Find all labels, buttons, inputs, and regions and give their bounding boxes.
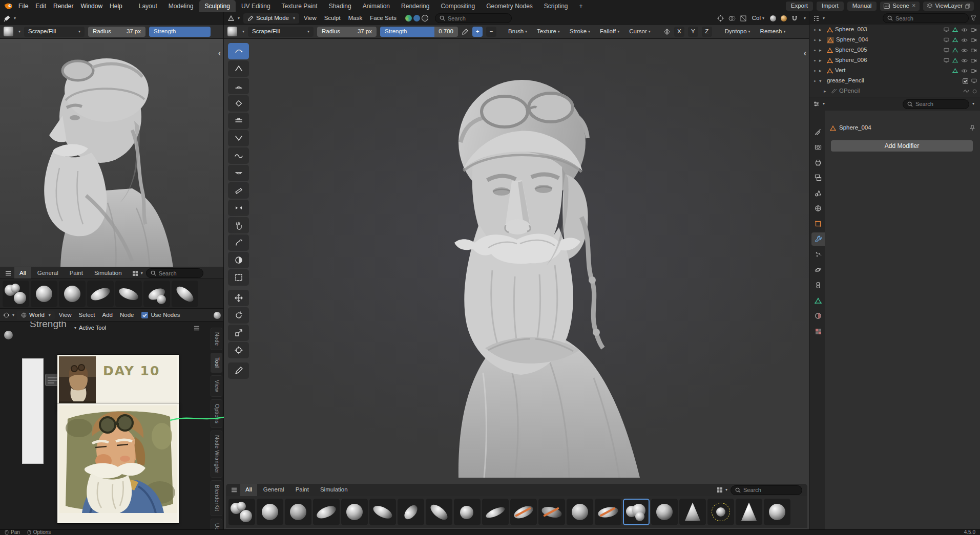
brush-thumbnail[interactable] bbox=[736, 499, 762, 525]
tab-material[interactable] bbox=[811, 309, 825, 323]
menu-view[interactable]: View bbox=[56, 312, 75, 318]
shelf-tab-all[interactable]: All bbox=[240, 484, 257, 496]
outliner-search[interactable] bbox=[883, 13, 969, 23]
camera-icon[interactable] bbox=[971, 28, 977, 32]
display-mode-icon[interactable] bbox=[717, 487, 723, 493]
outliner-row-sphere-005[interactable]: • ▸ Sphere_005 bbox=[809, 45, 980, 55]
chevron-down-icon[interactable]: ▾ bbox=[804, 16, 806, 20]
mirror-x-toggle[interactable]: X bbox=[674, 27, 684, 37]
display-icon[interactable] bbox=[944, 58, 949, 63]
brush-thumbnail[interactable] bbox=[764, 499, 790, 525]
properties-editor-icon[interactable] bbox=[813, 101, 820, 107]
brush-thumbnail[interactable] bbox=[426, 499, 452, 525]
tool-transform-button[interactable] bbox=[228, 342, 249, 358]
tab-world[interactable] bbox=[811, 202, 825, 215]
workspace-tab-compositing[interactable]: Compositing bbox=[435, 0, 481, 12]
tool-layer-button[interactable] bbox=[228, 113, 249, 129]
remove-brush-button[interactable]: − bbox=[486, 27, 496, 37]
workspace-tab-modeling[interactable]: Modeling bbox=[163, 0, 199, 12]
chevron-down-icon[interactable]: ▾ bbox=[18, 30, 20, 34]
shelf-search-input[interactable] bbox=[743, 487, 798, 493]
chevron-down-icon[interactable]: ▾ bbox=[823, 102, 825, 106]
left-3d-viewport[interactable]: ‹ bbox=[0, 39, 224, 267]
tab-particles[interactable] bbox=[811, 248, 825, 261]
camera-icon[interactable] bbox=[971, 58, 977, 63]
panel-options-icon[interactable] bbox=[194, 326, 200, 331]
sidebar-tab-tool[interactable]: Tool bbox=[211, 353, 222, 372]
brush-thumbnail[interactable] bbox=[454, 499, 481, 525]
mirror-z-toggle[interactable]: Z bbox=[702, 27, 712, 37]
primary-color-swatch[interactable] bbox=[413, 15, 420, 22]
xray-icon[interactable] bbox=[740, 15, 746, 22]
camera-icon[interactable] bbox=[971, 69, 977, 73]
tab-scene[interactable] bbox=[811, 186, 825, 200]
shading-material-icon[interactable] bbox=[781, 15, 787, 22]
tool-rotate-button[interactable] bbox=[228, 307, 249, 324]
tool-draw-button[interactable] bbox=[228, 43, 249, 59]
workspace-tab-scripting[interactable]: Scripting bbox=[538, 0, 574, 12]
camera-icon[interactable] bbox=[971, 48, 977, 53]
asset-tab-all[interactable]: All bbox=[14, 267, 31, 279]
sidebar-tab-view[interactable]: View bbox=[211, 375, 222, 397]
strength-slider[interactable]: Strength 0.700 bbox=[380, 27, 458, 37]
overlays-icon[interactable] bbox=[728, 15, 736, 22]
eye-icon[interactable] bbox=[961, 48, 968, 53]
falloff-panel-dropdown[interactable]: Falloff▾ bbox=[597, 29, 622, 35]
reference-painting-caricature[interactable] bbox=[57, 403, 179, 523]
texture-panel-dropdown[interactable]: Texture▾ bbox=[534, 29, 563, 35]
brush-selector[interactable]: Scrape/Fill ▾ bbox=[24, 27, 85, 37]
material-preview-icon[interactable] bbox=[214, 312, 221, 319]
menu-select[interactable]: Select bbox=[76, 312, 98, 318]
workspace-tab-animation[interactable]: Animation bbox=[357, 0, 395, 12]
brush-thumbnail[interactable] bbox=[115, 281, 142, 307]
chevron-down-icon[interactable]: ▾ bbox=[238, 16, 240, 20]
brush-thumbnail[interactable] bbox=[87, 281, 114, 307]
chevron-down-icon[interactable]: ▾ bbox=[141, 271, 143, 275]
tab-object[interactable] bbox=[811, 217, 825, 230]
shelf-tab-simulation[interactable]: Simulation bbox=[315, 484, 353, 496]
expand-chevron[interactable]: ▸ bbox=[819, 58, 825, 63]
tool-box-hide-button[interactable] bbox=[228, 269, 249, 286]
outliner-search-input[interactable] bbox=[895, 15, 964, 22]
open-sidebar-chevron[interactable]: ‹ bbox=[804, 49, 806, 57]
menu-file[interactable]: File bbox=[15, 3, 32, 9]
shelf-tab-general[interactable]: General bbox=[258, 484, 289, 496]
viewport-search-input[interactable] bbox=[448, 15, 507, 22]
add-brush-button[interactable]: + bbox=[472, 27, 483, 37]
brush-thumbnail[interactable] bbox=[143, 281, 170, 307]
tool-mask-button[interactable] bbox=[228, 252, 249, 268]
import-button[interactable]: Import bbox=[817, 2, 844, 11]
brush-thumbnail[interactable] bbox=[595, 499, 621, 525]
manual-button[interactable]: Manual bbox=[847, 2, 877, 11]
brush-preview-icon[interactable] bbox=[227, 27, 237, 36]
display-icon[interactable] bbox=[971, 78, 977, 83]
brush-thumbnail[interactable] bbox=[172, 281, 198, 307]
scene-selector[interactable]: Scene ✕ bbox=[880, 2, 919, 11]
expand-chevron[interactable]: ▸ bbox=[819, 28, 825, 32]
strength-slider[interactable]: Strength bbox=[149, 27, 211, 37]
tool-crease-button[interactable] bbox=[228, 130, 249, 146]
workspace-tab-rendering[interactable]: Rendering bbox=[395, 0, 435, 12]
tool-grab-button[interactable] bbox=[228, 217, 249, 233]
shader-type-dropdown[interactable]: World ▾ bbox=[17, 311, 55, 320]
tool-snake-hook-button[interactable] bbox=[228, 234, 249, 251]
menu-mask[interactable]: Mask bbox=[345, 15, 365, 22]
properties-search-input[interactable] bbox=[915, 101, 965, 107]
sidebar-tab-ucupaint[interactable]: Uc bbox=[211, 519, 222, 529]
sidebar-tab-blenderkit[interactable]: BlenderKit bbox=[211, 480, 222, 516]
display-icon[interactable] bbox=[944, 37, 949, 42]
chevron-down-icon[interactable]: ▾ bbox=[823, 16, 825, 20]
chevron-down-icon[interactable]: ▾ bbox=[242, 30, 244, 34]
brush-thumbnail[interactable] bbox=[369, 499, 396, 525]
workspace-tab-texture-paint[interactable]: Texture Paint bbox=[276, 0, 323, 12]
expand-chevron[interactable]: ▸ bbox=[824, 89, 829, 94]
outliner-row-grease-pencil[interactable]: • ▾ grease_Pencil bbox=[809, 76, 980, 86]
node-editor-region[interactable]: Strength ▾ Active Tool DAY 10 bbox=[0, 322, 224, 529]
brush-thumbnail[interactable] bbox=[651, 499, 678, 525]
eye-icon[interactable] bbox=[961, 58, 968, 63]
close-icon[interactable]: ✕ bbox=[912, 4, 916, 8]
tool-clay-button[interactable] bbox=[228, 78, 249, 94]
tool-smooth-button[interactable] bbox=[228, 147, 249, 164]
tool-scale-button[interactable] bbox=[228, 325, 249, 341]
tab-constraints[interactable] bbox=[811, 279, 825, 292]
